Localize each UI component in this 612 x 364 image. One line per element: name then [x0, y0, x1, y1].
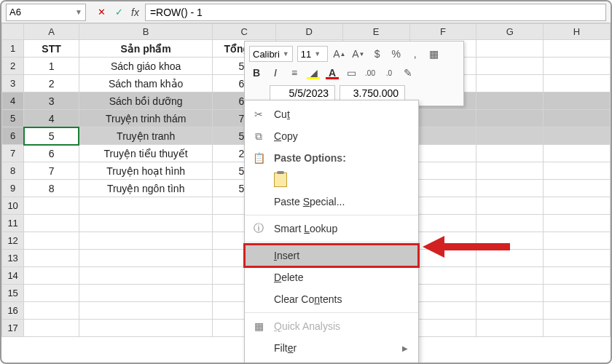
accounting-format-icon[interactable]: $ [370, 47, 385, 61]
chevron-down-icon: ▼ [283, 50, 289, 58]
col-header[interactable]: C [213, 24, 275, 40]
name-box-value: A6 [9, 7, 21, 17]
formula-input[interactable]: =ROW() - 1 [145, 4, 606, 21]
ctx-delete[interactable]: Delete [245, 266, 418, 288]
cell[interactable]: 7 [24, 162, 79, 180]
comma-format-icon[interactable]: , [408, 47, 423, 61]
cell[interactable]: 6 [24, 145, 79, 162]
cell[interactable]: 1 [24, 58, 79, 75]
lookup-icon: ⓘ [251, 221, 267, 237]
row-header[interactable]: 11 [2, 215, 24, 232]
formula-text: =ROW() - 1 [150, 7, 203, 18]
row-header[interactable]: 13 [2, 250, 24, 267]
row-header[interactable]: 3 [2, 75, 24, 92]
scissors-icon: ✂ [251, 106, 267, 122]
separator [245, 215, 418, 215]
row-header[interactable]: 7 [2, 145, 24, 162]
ctx-sort[interactable]: Sort ▶ [245, 359, 418, 364]
mini-toolbar: Calibri▼ 11▼ A▲ A▼ $ % , ▦ B I ≡ ◢ A ▭ .… [244, 41, 464, 106]
name-box[interactable]: A6 ▼ [6, 4, 86, 21]
context-menu: ✂ Cut ⧉ Copy 📋 Paste Options: Paste Spec… [244, 100, 419, 364]
ctx-clear-contents[interactable]: Clear Contents [245, 288, 418, 310]
row-header[interactable]: 16 [2, 302, 24, 320]
increase-decimal-icon[interactable]: .00 [363, 66, 377, 80]
cell[interactable]: 2 [24, 75, 79, 92]
col-header[interactable]: B [79, 24, 213, 40]
row-header[interactable]: 9 [2, 180, 24, 197]
ctx-paste-special[interactable]: Paste Special... [245, 191, 418, 213]
cell[interactable]: Truyện tranh [79, 127, 213, 145]
col-header[interactable]: E [342, 24, 409, 40]
col-header[interactable]: G [476, 24, 544, 40]
col-header[interactable]: F [409, 24, 476, 40]
font-color-icon[interactable]: A [325, 66, 340, 80]
decrease-font-icon[interactable]: A▼ [351, 47, 366, 61]
ctx-paste-options-label: 📋 Paste Options: [245, 147, 418, 169]
copy-icon: ⧉ [251, 128, 267, 144]
row-header[interactable]: 4 [2, 92, 24, 110]
column-header-row: A B C D E F G H [2, 24, 611, 40]
ctx-filter[interactable]: Filter ▶ [245, 337, 418, 359]
cell[interactable]: Truyện ngôn tình [79, 180, 213, 197]
cell[interactable]: Sách bồi dưỡng [79, 92, 213, 110]
cell[interactable]: Sách tham khảo [79, 75, 213, 92]
cell[interactable]: Truyện hoạt hình [79, 162, 213, 180]
ctx-cut[interactable]: ✂ Cut [245, 103, 418, 125]
row-header[interactable]: 15 [2, 285, 24, 302]
row-header[interactable]: 8 [2, 162, 24, 180]
cell[interactable]: STT [24, 40, 79, 58]
paste-icon [274, 173, 287, 187]
borders-icon[interactable]: ▦ [427, 47, 442, 61]
col-header[interactable]: H [544, 24, 611, 40]
cell[interactable]: Sản phẩm [79, 40, 213, 58]
italic-button[interactable]: I [268, 66, 283, 80]
fx-icon[interactable]: fx [128, 7, 142, 18]
ctx-copy[interactable]: ⧉ Copy [245, 125, 418, 147]
row-header[interactable]: 6 [2, 127, 24, 145]
active-cell[interactable]: 5 [24, 127, 79, 145]
clipboard-icon: 📋 [251, 150, 267, 166]
cell[interactable]: 4 [24, 110, 79, 127]
border-icon[interactable]: ▭ [344, 66, 358, 80]
row-header[interactable]: 2 [2, 58, 24, 75]
cell[interactable]: 8 [24, 180, 79, 197]
row-header[interactable]: 12 [2, 232, 24, 250]
cell[interactable]: 3 [24, 92, 79, 110]
cell[interactable]: Sách giáo khoa [79, 58, 213, 75]
row-header[interactable]: 5 [2, 110, 24, 127]
ctx-smart-lookup[interactable]: ⓘ Smart Lookup [245, 218, 418, 240]
enter-icon[interactable]: ✓ [111, 4, 127, 20]
format-painter-icon[interactable]: ✎ [401, 66, 415, 80]
bold-button[interactable]: B [249, 66, 264, 80]
increase-font-icon[interactable]: A▲ [332, 47, 347, 61]
ctx-insert[interactable]: Insert [245, 245, 418, 266]
row-header[interactable]: 17 [2, 320, 24, 337]
cell[interactable]: Truyện trinh thám [79, 110, 213, 127]
col-header[interactable]: A [24, 24, 79, 40]
row-header[interactable]: 1 [2, 40, 24, 58]
sample-cell: 3.750.000 [340, 85, 405, 101]
ctx-paste-option[interactable] [245, 169, 418, 191]
ctx-quick-analysis: ▦ Quick Analysis [245, 315, 418, 337]
cancel-icon[interactable]: ✕ [93, 4, 109, 20]
chevron-right-icon: ▶ [402, 344, 408, 352]
font-select[interactable]: Calibri▼ [249, 46, 293, 62]
separator [245, 242, 418, 242]
chevron-down-icon: ▼ [314, 50, 321, 58]
decrease-decimal-icon[interactable]: .0 [382, 66, 396, 80]
row-header[interactable]: 14 [2, 267, 24, 285]
quick-analysis-icon: ▦ [251, 318, 267, 334]
align-icon[interactable]: ≡ [287, 66, 302, 80]
cell[interactable]: Truyện tiểu thuyết [79, 145, 213, 162]
select-all-corner[interactable] [2, 24, 24, 40]
fill-color-icon[interactable]: ◢ [306, 66, 321, 80]
formula-buttons: ✕ ✓ fx [93, 4, 142, 20]
sample-cell: 5/5/2023 [270, 85, 335, 101]
row-header[interactable]: 10 [2, 197, 24, 215]
separator [245, 312, 418, 313]
chevron-down-icon: ▼ [75, 8, 82, 16]
font-size-select[interactable]: 11▼ [297, 46, 328, 62]
col-header[interactable]: D [275, 24, 342, 40]
formula-bar: A6 ▼ ✕ ✓ fx =ROW() - 1 [1, 1, 611, 23]
percent-format-icon[interactable]: % [389, 47, 404, 61]
